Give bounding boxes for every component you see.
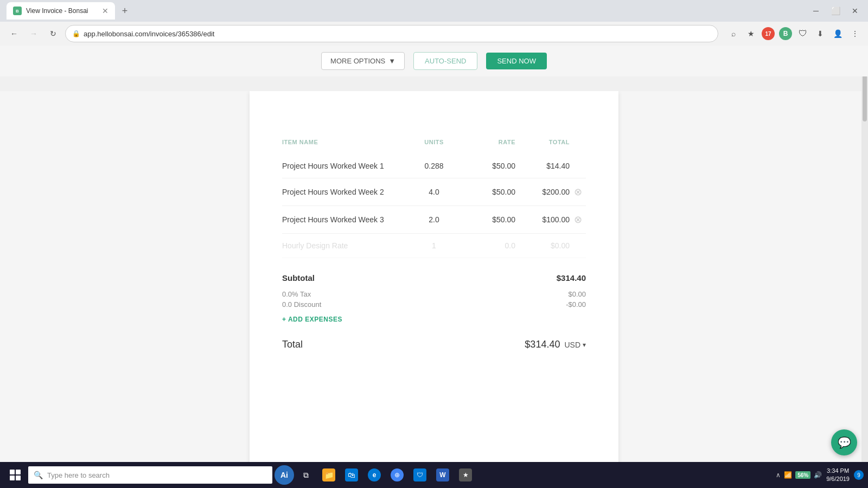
maximize-button[interactable]: ⬜ xyxy=(829,4,842,17)
currency-chevron-icon: ▾ xyxy=(583,341,586,349)
search-placeholder-text[interactable]: Type here to search xyxy=(47,471,110,479)
table-row: Project Hours Worked Week 2 4.0 $50.00 $… xyxy=(282,178,586,206)
title-bar: B View Invoice - Bonsai ✕ + ─ ⬜ ✕ xyxy=(0,0,868,22)
taskbar-app-word[interactable]: W xyxy=(432,464,454,486)
subtotal-value: $314.40 xyxy=(557,273,586,282)
bonsai-extension-badge[interactable]: 17 xyxy=(762,27,775,40)
custom-app-icon: ★ xyxy=(459,468,472,481)
new-tab-button[interactable]: + xyxy=(117,3,132,18)
bookmark-icon[interactable]: ★ xyxy=(744,27,757,40)
cortana-button[interactable]: Ai xyxy=(275,465,294,485)
item-name-placeholder[interactable]: Hourly Design Rate xyxy=(282,241,407,250)
discount-row: 0.0 Discount -$0.00 xyxy=(282,299,586,310)
close-button[interactable]: ✕ xyxy=(848,4,861,17)
battery-text: 56% xyxy=(797,472,808,478)
window-controls: ─ ⬜ ✕ xyxy=(809,4,861,17)
taskbar-app-store[interactable]: 🛍 xyxy=(341,464,362,486)
browser-toolbar: ← → ↻ 🔒 app.hellobonsai.com/invoices/365… xyxy=(0,22,868,46)
b-extension-icon[interactable]: B xyxy=(779,27,792,40)
address-bar[interactable]: 🔒 app.hellobonsai.com/invoices/365386/ed… xyxy=(65,25,718,42)
tab-favicon: B xyxy=(13,7,22,15)
table-row: Project Hours Worked Week 3 2.0 $50.00 $… xyxy=(282,206,586,234)
taskbar-app-edge[interactable]: e xyxy=(363,464,385,486)
discount-value: -$0.00 xyxy=(566,300,586,309)
task-view-button[interactable]: ⧉ xyxy=(296,465,316,485)
chat-widget-button[interactable]: 💬 xyxy=(831,429,857,455)
invoice-container: ITEM NAME UNITS RATE TOTAL Project Hours… xyxy=(250,91,618,488)
item-units-2[interactable]: 4.0 xyxy=(407,188,461,196)
table-row: Project Hours Worked Week 1 0.288 $50.00… xyxy=(282,154,586,178)
taskbar-apps: 📁 🛍 e ⊕ 🛡 W ★ xyxy=(318,464,476,486)
profile-icon[interactable]: 👤 xyxy=(831,27,844,40)
search-icon[interactable]: ⌕ xyxy=(727,27,740,40)
add-expenses-container: + ADD EXPENSES xyxy=(282,314,586,324)
item-total-3: $100.00 xyxy=(515,215,570,224)
reload-button[interactable]: ↻ xyxy=(46,26,61,41)
remove-item-2-button[interactable]: ⊗ xyxy=(570,186,586,198)
taskbar-app-defender[interactable]: 🛡 xyxy=(409,464,431,486)
browser-actions: ⌕ ★ 17 B 🛡 ⬇ 👤 ⋮ xyxy=(727,27,861,40)
header-total: TOTAL xyxy=(515,139,570,145)
download-icon[interactable]: ⬇ xyxy=(814,27,827,40)
item-name-1[interactable]: Project Hours Worked Week 1 xyxy=(282,162,407,170)
item-rate-1[interactable]: $50.00 xyxy=(461,162,515,170)
auto-send-button[interactable]: AUTO-SEND xyxy=(413,52,477,70)
more-options-button[interactable]: MORE OPTIONS ▼ xyxy=(321,52,405,70)
network-icon[interactable]: 📶 xyxy=(784,471,792,479)
item-units-placeholder[interactable]: 1 xyxy=(407,241,461,250)
file-explorer-icon: 📁 xyxy=(322,468,335,481)
item-units-3[interactable]: 2.0 xyxy=(407,215,461,224)
item-units-1[interactable]: 0.288 xyxy=(407,162,461,170)
tab-title: View Invoice - Bonsai xyxy=(26,7,98,15)
tax-label: 0.0% Tax xyxy=(282,290,311,298)
totals-section: Subtotal $314.40 0.0% Tax $0.00 0.0 Disc… xyxy=(282,258,586,361)
send-now-button[interactable]: SEND NOW xyxy=(486,53,547,69)
top-spacer xyxy=(250,91,618,118)
notification-badge[interactable]: 9 xyxy=(854,470,864,480)
item-rate-3[interactable]: $50.00 xyxy=(461,215,515,224)
start-button[interactable] xyxy=(4,464,26,486)
item-rate-2[interactable]: $50.00 xyxy=(461,188,515,196)
minimize-button[interactable]: ─ xyxy=(809,4,822,17)
discount-label: 0.0 Discount xyxy=(282,300,321,309)
add-expenses-button[interactable]: + ADD EXPENSES xyxy=(282,316,342,323)
subtotal-label: Subtotal xyxy=(282,273,315,282)
taskbar-app-chrome[interactable]: ⊕ xyxy=(386,464,408,486)
back-button[interactable]: ← xyxy=(7,26,22,41)
shield-extension-icon[interactable]: 🛡 xyxy=(796,27,809,40)
chrome-icon: ⊕ xyxy=(391,468,404,481)
taskbar-app-custom[interactable]: ★ xyxy=(455,464,476,486)
battery-indicator[interactable]: 56% xyxy=(795,471,810,479)
table-header: ITEM NAME UNITS RATE TOTAL xyxy=(282,134,586,150)
subtotal-row: Subtotal $314.40 xyxy=(282,271,586,285)
item-name-3[interactable]: Project Hours Worked Week 3 xyxy=(282,215,407,224)
menu-icon[interactable]: ⋮ xyxy=(848,27,861,40)
header-item-name: ITEM NAME xyxy=(282,139,407,145)
item-rate-placeholder[interactable]: 0.0 xyxy=(461,241,515,250)
tax-row: 0.0% Tax $0.00 xyxy=(282,289,586,299)
browser-tab[interactable]: B View Invoice - Bonsai ✕ xyxy=(7,2,115,20)
taskbar: 🔍 Type here to search Ai ⧉ 📁 🛍 e ⊕ 🛡 W ★ xyxy=(0,462,868,488)
forward-button[interactable]: → xyxy=(26,26,41,41)
system-clock[interactable]: 3:34 PM 9/6/2019 xyxy=(826,467,850,484)
invoice-body: ITEM NAME UNITS RATE TOTAL Project Hours… xyxy=(250,118,618,377)
tray-expand-icon[interactable]: ∧ xyxy=(776,471,781,479)
currency-selector[interactable]: USD ▾ xyxy=(564,341,586,349)
remove-item-3-button[interactable]: ⊗ xyxy=(570,214,586,226)
volume-icon[interactable]: 🔊 xyxy=(814,471,822,479)
windows-logo-icon xyxy=(10,470,21,480)
scroll-bar[interactable] xyxy=(861,46,868,462)
item-name-2[interactable]: Project Hours Worked Week 2 xyxy=(282,188,407,196)
tab-close-button[interactable]: ✕ xyxy=(102,7,108,15)
defender-icon: 🛡 xyxy=(413,468,426,481)
edge-icon: e xyxy=(368,468,381,481)
total-value: $314.40 xyxy=(525,339,560,350)
action-bar: MORE OPTIONS ▼ AUTO-SEND SEND NOW xyxy=(0,46,868,76)
invoice-table: ITEM NAME UNITS RATE TOTAL Project Hours… xyxy=(282,134,586,258)
store-icon: 🛍 xyxy=(345,468,358,481)
tax-value: $0.00 xyxy=(568,290,586,298)
taskbar-search-bar[interactable]: 🔍 Type here to search xyxy=(28,466,272,484)
header-rate: RATE xyxy=(461,139,515,145)
lock-icon: 🔒 xyxy=(72,30,80,37)
taskbar-app-explorer[interactable]: 📁 xyxy=(318,464,340,486)
